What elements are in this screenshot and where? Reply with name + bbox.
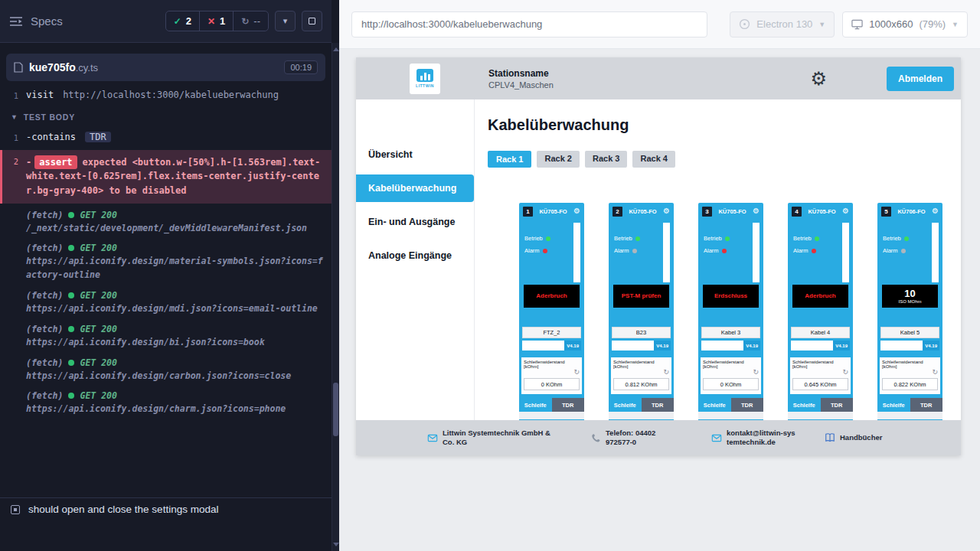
card-gear-icon[interactable]: ⚙ xyxy=(753,207,760,215)
footer-manuals[interactable]: Handbücher xyxy=(825,432,882,443)
card-header: 2 KÜ705-FO ⚙ xyxy=(609,203,674,220)
refresh-icon[interactable]: ↻ xyxy=(932,369,938,376)
card-gear-icon[interactable]: ⚙ xyxy=(932,207,939,215)
book-icon xyxy=(825,432,835,443)
rack-tab[interactable]: Rack 1 xyxy=(488,151,531,168)
schleife-button[interactable]: Schleife xyxy=(877,398,910,412)
schleife-button[interactable]: Schleife xyxy=(519,398,552,412)
refresh-icon[interactable]: ↻ xyxy=(842,369,848,376)
measurement-panel: Schleifenwiderstand [kOhm] ↻ 0.822 KOhm xyxy=(880,357,940,394)
card-bottom-strip xyxy=(877,412,942,419)
betrieb-label: Betrieb xyxy=(883,235,901,242)
refresh-icon[interactable]: ↻ xyxy=(753,369,759,376)
device-card: 1 KÜ705-FO ⚙ Betrieb xyxy=(519,203,584,420)
version-row: V4.19 xyxy=(612,341,671,350)
fetch-status: GET 200 xyxy=(80,357,116,368)
tdr-button[interactable]: TDR xyxy=(821,398,854,412)
fetch-row[interactable]: (fetch) GET 200 https://api.iconify.desi… xyxy=(0,320,332,354)
app-header: LITTWIN Stationsname CPLV4_Maschen ⚙ Abm… xyxy=(356,57,961,99)
refresh-icon[interactable]: ↻ xyxy=(663,369,669,376)
app-sidebar: Übersicht Kabelüberwachung Ein- und Ausg… xyxy=(356,99,475,420)
contact-email: kontakt@littwin-systemtechnik.de xyxy=(727,429,797,448)
fetch-url: https://api.iconify.design/carbon.json?i… xyxy=(26,370,291,383)
status-message: Aderbruch xyxy=(803,292,837,299)
schleife-button[interactable]: Schleife xyxy=(788,398,821,412)
command-name: visit xyxy=(26,90,54,100)
spec-header[interactable]: kue705fo.cy.ts 00:19 xyxy=(6,54,325,81)
card-model: KÜ705-FO xyxy=(714,208,750,215)
logout-button[interactable]: Abmelden xyxy=(887,67,954,91)
fetch-label: (fetch) xyxy=(26,243,63,253)
stop-button[interactable] xyxy=(302,11,322,31)
schleife-button[interactable]: Schleife xyxy=(609,398,642,412)
scroll-down-arrow[interactable] xyxy=(333,543,339,546)
fetch-row[interactable]: (fetch) GET 200 https://api.iconify.desi… xyxy=(0,286,332,320)
status-dot-icon xyxy=(68,212,74,218)
card-gear-icon[interactable]: ⚙ xyxy=(842,207,849,215)
sidebar-item-label: Kabelüberwachung xyxy=(368,183,456,194)
specs-menu[interactable]: Specs xyxy=(9,15,63,28)
collapse-button[interactable]: ▾ xyxy=(275,11,296,31)
test-body-section[interactable]: ▼ TEST BODY xyxy=(0,105,332,128)
fetch-row[interactable]: (fetch) GET 200 /_next/static/developmen… xyxy=(0,206,332,240)
fetch-row[interactable]: (fetch) GET 200 https://api.iconify.desi… xyxy=(0,386,332,420)
betrieb-label: Betrieb xyxy=(524,235,543,242)
command-contains[interactable]: 1 -containsTDR xyxy=(0,128,332,147)
tdr-button[interactable]: TDR xyxy=(552,398,585,412)
fetch-row[interactable]: (fetch) GET 200 https://api.iconify.desi… xyxy=(0,239,332,286)
tdr-button[interactable]: TDR xyxy=(910,398,943,412)
viewport-selector[interactable]: 1000x660 (79%) ▼ xyxy=(842,11,968,37)
settings-gear-icon[interactable]: ⚙ xyxy=(810,70,827,88)
url-input[interactable] xyxy=(351,11,707,37)
version-row: V4.19 xyxy=(701,341,760,350)
betrieb-led xyxy=(815,236,819,241)
app-under-test: LITTWIN Stationsname CPLV4_Maschen ⚙ Abm… xyxy=(356,57,961,455)
fetch-url: https://api.iconify.design/mdi.json?icon… xyxy=(26,302,318,316)
card-header: 1 KÜ705-FO ⚙ xyxy=(519,203,584,220)
cypress-reporter-panel: Specs ✓ 2 ✕ 1 ↻ -- ▾ xyxy=(0,0,339,551)
tdr-button[interactable]: TDR xyxy=(642,398,675,412)
command-visit[interactable]: 1 visithttp://localhost:3000/kabelueberw… xyxy=(0,86,332,105)
chevron-down-icon: ▼ xyxy=(11,113,18,121)
fetch-label: (fetch) xyxy=(26,210,63,220)
logo-text: LITTWIN xyxy=(416,83,434,88)
card-bottom-strip xyxy=(519,412,584,419)
measure-label: Schleifenwiderstand [kOhm] xyxy=(792,360,848,369)
assert-badge: assert xyxy=(34,155,77,170)
assert-message: -assertexpected <button.w-[50%].h-[1.563… xyxy=(26,155,322,198)
next-test-bar[interactable]: should open and close the settings modal xyxy=(0,497,332,520)
schleife-button[interactable]: Schleife xyxy=(698,398,731,412)
card-buttons: Schleife TDR xyxy=(877,398,942,412)
device-card: 3 KÜ705-FO ⚙ Betrieb xyxy=(698,203,763,420)
rack-tab[interactable]: Rack 2 xyxy=(537,151,579,168)
card-gear-icon[interactable]: ⚙ xyxy=(663,207,670,215)
card-buttons: Schleife TDR xyxy=(609,398,674,412)
rack-tab[interactable]: Rack 3 xyxy=(585,151,627,168)
sidebar-item[interactable]: Übersicht xyxy=(356,138,474,171)
sidebar-item-label: Analoge Eingänge xyxy=(368,250,452,261)
card-number: 4 xyxy=(792,207,802,217)
firmware-version: V4.19 xyxy=(923,341,939,350)
rack-tab[interactable]: Rack 4 xyxy=(632,151,675,168)
card-model: KÜ705-FO xyxy=(535,208,571,215)
scroll-up-arrow[interactable] xyxy=(333,47,339,51)
reporter-scrollbar[interactable] xyxy=(332,43,339,551)
footer-company: Littwin Systemtechnik GmbH & Co. KG xyxy=(427,429,564,448)
status-message: Aderbruch xyxy=(534,292,568,299)
sidebar-item[interactable]: Ein- und Ausgänge xyxy=(356,205,474,239)
card-gear-icon[interactable]: ⚙ xyxy=(573,207,580,215)
level-meter xyxy=(842,223,849,282)
sidebar-item[interactable]: Analoge Eingänge xyxy=(356,239,474,272)
device-card: 5 KÜ706-FO ⚙ Betrieb xyxy=(877,203,942,420)
stat-pending: ↻ -- xyxy=(234,11,268,31)
betrieb-led xyxy=(904,236,909,241)
browser-selector[interactable]: Electron 130 ▼ xyxy=(730,11,835,37)
command-assert-failed[interactable]: 2 -assertexpected <button.w-[50%].h-[1.5… xyxy=(0,150,332,204)
alarm-led xyxy=(722,249,727,253)
sidebar-item[interactable]: Kabelüberwachung xyxy=(356,174,474,202)
command-arg: TDR xyxy=(85,132,111,142)
fetch-row[interactable]: (fetch) GET 200 https://api.iconify.desi… xyxy=(0,354,332,387)
scrollbar-thumb[interactable] xyxy=(333,383,338,436)
tdr-button[interactable]: TDR xyxy=(731,398,764,412)
refresh-icon[interactable]: ↻ xyxy=(573,369,580,376)
